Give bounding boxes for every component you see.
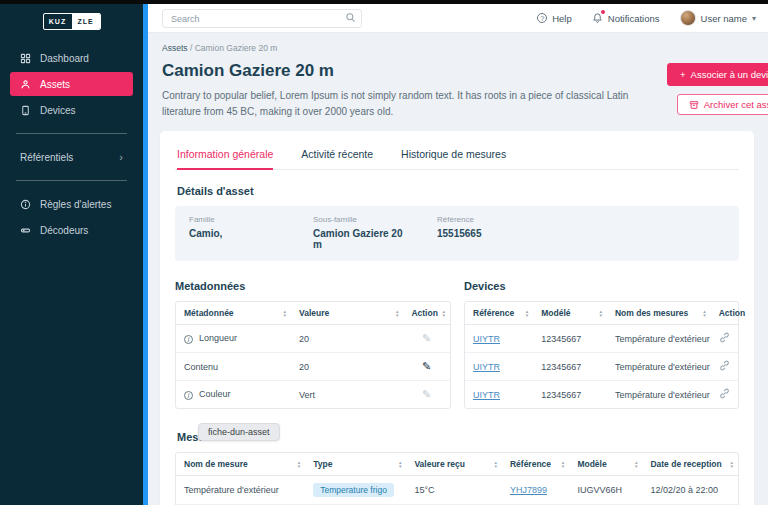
devices-section: Devices Référence▴▾ Modélé▴▾ Nom des mes…: [464, 265, 739, 409]
sort-icon[interactable]: ▴▾: [526, 309, 529, 317]
column-header-action[interactable]: Action▴▾: [403, 302, 450, 325]
column-header-nom-des-mesures[interactable]: Nom des mesures▴▾: [607, 302, 711, 325]
devices-table-body: UIYTR12345667Température d'extérieurUIYT…: [465, 325, 738, 408]
sidebar-divider: [16, 180, 127, 181]
page-content: Assets / Camion Gaziere 20 m Camion Gazi…: [148, 33, 768, 505]
metadata-section: Metadonnées Métadonnée▴▾ Valeure▴▾ Actio…: [175, 265, 451, 409]
table-row: Température d'extérieurTemperature frigo…: [176, 476, 738, 505]
sort-icon[interactable]: ▴▾: [730, 460, 733, 468]
help-icon: ?: [537, 13, 547, 23]
sidebar-item-dashboard[interactable]: Dashboard: [10, 46, 133, 70]
header-actions: + Associer à un device Archiver cet asse…: [667, 63, 768, 115]
user-name-label: User name: [701, 13, 747, 24]
edit-pencil-icon[interactable]: ✎: [422, 332, 431, 344]
measure-reference-link[interactable]: YHJ7899: [510, 485, 547, 495]
sort-icon[interactable]: ▴▾: [599, 309, 602, 317]
measure-model-cell: IUGVV66H: [569, 476, 642, 505]
field-value: 15515665: [437, 228, 482, 239]
detail-field-reference: Référence 15515665: [437, 215, 482, 250]
breadcrumb: Assets / Camion Gaziere 20 m: [162, 43, 754, 53]
column-header-type[interactable]: Type▴▾: [305, 453, 406, 476]
link-icon[interactable]: [719, 360, 730, 371]
chevron-right-icon: ›: [119, 151, 123, 163]
device-reference-link[interactable]: UIYTR: [473, 334, 500, 344]
device-reference-link[interactable]: UIYTR: [473, 390, 500, 400]
user-menu[interactable]: User name ▾: [680, 10, 756, 26]
info-icon: i: [184, 391, 193, 400]
device-reference-cell: UIYTR: [465, 381, 533, 408]
table-row: iLongueur20✎: [176, 325, 450, 353]
breadcrumb-separator: /: [190, 43, 192, 53]
avatar: [680, 10, 696, 26]
search-input[interactable]: [162, 9, 362, 28]
column-header-modele[interactable]: Modélé▴▾: [533, 302, 607, 325]
tab-bar: Information générale Activité récente Hi…: [175, 142, 739, 170]
sidebar-item-label: Règles d'alertes: [40, 199, 111, 210]
edit-pencil-icon[interactable]: ✎: [422, 360, 431, 372]
field-label: Famille: [189, 215, 313, 224]
sort-icon[interactable]: ▴▾: [635, 460, 638, 468]
metadata-value-cell: 20: [291, 353, 403, 381]
sort-icon[interactable]: ▴▾: [703, 309, 706, 317]
metadata-name-cell: iCouleur: [176, 381, 291, 408]
column-header-valeure-recu[interactable]: Valeure reçu▴▾: [406, 453, 502, 476]
tab-information-generale[interactable]: Information générale: [177, 142, 273, 170]
sidebar-divider: [16, 133, 127, 134]
column-header-action[interactable]: Action: [711, 302, 738, 325]
sidebar-nav: Dashboard Assets Devices Référentiels › …: [0, 46, 143, 242]
search-icon[interactable]: [345, 12, 356, 23]
page-title: Camion Gaziere 20 m: [162, 61, 667, 81]
column-label: Métadonnée: [184, 308, 234, 318]
sort-icon[interactable]: ▴▾: [396, 309, 399, 317]
sort-icon[interactable]: ▴▾: [494, 460, 497, 468]
breadcrumb-assets-link[interactable]: Assets: [162, 43, 188, 53]
device-reference-cell: UIYTR: [465, 325, 533, 353]
link-icon[interactable]: [719, 332, 730, 343]
metadata-action-cell: ✎: [403, 353, 450, 381]
column-label: Référence: [473, 308, 514, 318]
sort-icon[interactable]: ▴▾: [298, 460, 301, 468]
link-icon[interactable]: [719, 388, 730, 399]
field-label: Sous-famille: [313, 215, 413, 224]
tab-activite-recente[interactable]: Activité récente: [301, 142, 373, 169]
tooltip: fiche-dun-asset: [198, 423, 280, 441]
archive-asset-button[interactable]: Archiver cet asset: [677, 94, 768, 115]
measure-value-cell: 15°C: [406, 476, 502, 505]
sort-icon[interactable]: ▴▾: [399, 460, 402, 468]
sort-icon[interactable]: ▴▾: [442, 309, 445, 317]
tab-historique-mesures[interactable]: Historique de mesures: [401, 142, 506, 169]
table-row: UIYTR12345667Température d'extérieur: [465, 325, 738, 353]
device-measure-cell: Température d'extérieur: [607, 325, 711, 353]
column-header-nom-de-mesure[interactable]: Nom de mesure▴▾: [176, 453, 305, 476]
measures-heading-row: Mesures fiche-dun-asset: [177, 427, 737, 443]
column-header-reference[interactable]: Référence▴▾: [465, 302, 533, 325]
device-reference-link[interactable]: UIYTR: [473, 362, 500, 372]
edit-pencil-icon[interactable]: ✎: [422, 388, 431, 400]
column-header-reference[interactable]: Référence▴▾: [502, 453, 569, 476]
help-button[interactable]: ? Help: [537, 13, 572, 24]
sort-icon[interactable]: ▴▾: [284, 309, 287, 317]
measure-date-cell: 12/02/20 à 22:00: [642, 476, 738, 505]
column-label: Nom de mesure: [184, 459, 248, 469]
column-header-date-reception[interactable]: Date de reception▴▾: [642, 453, 738, 476]
page-header-text: Camion Gaziere 20 m Contrary to popular …: [162, 61, 667, 119]
column-header-metadonnee[interactable]: Métadonnée▴▾: [176, 302, 291, 325]
notifications-button[interactable]: Notifications: [592, 12, 660, 24]
column-header-modele[interactable]: Modèle▴▾: [569, 453, 642, 476]
column-header-valeure[interactable]: Valeure▴▾: [291, 302, 403, 325]
sidebar-item-assets[interactable]: Assets: [10, 72, 133, 96]
table-row: UIYTR12345667Température d'extérieur: [465, 353, 738, 381]
sidebar-item-label: Référentiels: [20, 152, 73, 163]
sidebar-item-devices[interactable]: Devices: [10, 98, 133, 122]
sidebar-item-decodeurs[interactable]: Décodeurs: [10, 218, 133, 242]
sidebar-item-referentiels[interactable]: Référentiels ›: [10, 145, 133, 169]
sidebar-item-regles-alertes[interactable]: Règles d'alertes: [10, 192, 133, 216]
column-label: Modélé: [541, 308, 570, 318]
sort-icon[interactable]: ▴▾: [562, 460, 565, 468]
associate-device-button[interactable]: + Associer à un device: [667, 63, 768, 86]
device-model-cell: 12345667: [533, 353, 607, 381]
column-label: Modèle: [577, 459, 606, 469]
asset-card: Information générale Activité récente Hi…: [160, 131, 754, 505]
column-label: Type: [313, 459, 332, 469]
devices-table: Référence▴▾ Modélé▴▾ Nom des mesures▴▾ A…: [464, 301, 739, 409]
